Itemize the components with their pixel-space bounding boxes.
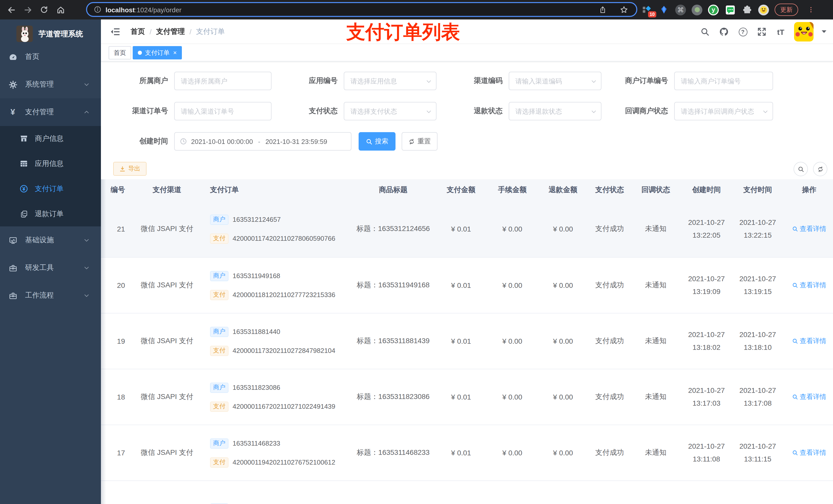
dot-extension-icon[interactable] — [692, 4, 703, 15]
filter-channel-order-no: 渠道订单号 — [96, 102, 271, 120]
view-detail-link[interactable]: 查看详情 — [792, 281, 826, 290]
table-row: 商户 1635311351796 支付 — [101, 481, 833, 504]
merchant-input[interactable] — [174, 72, 271, 90]
channel-pay-no: 4200001174202110278060590766 — [233, 235, 335, 242]
address-bar[interactable]: localhost:1024/pay/order — [86, 2, 637, 17]
order-id-cell: 19 — [101, 313, 129, 369]
table-row: 17 微信 JSAPI 支付 商户 1635311468233 支付 42000… — [101, 425, 833, 481]
notify-status-cell: 未通知 — [628, 425, 683, 480]
action-cell: 查看详情 — [785, 313, 833, 369]
y-extension-icon[interactable]: y — [708, 4, 719, 15]
font-size-icon[interactable]: tT — [775, 26, 786, 38]
tag-close-icon[interactable]: × — [173, 50, 177, 56]
goods-title-cell — [354, 481, 433, 504]
pay-amount-cell — [433, 481, 489, 504]
paid-time-cell: 2021-10-27 13:22:15 — [730, 201, 785, 257]
orders-table: 编号 支付渠道 支付订单 商品标题 支付金额 手续金额 退款金额 支付状态 回调… — [101, 179, 833, 504]
merchant-order-no: 1635311823086 — [233, 384, 280, 391]
sidebar: 芋道管理系统 首页 系统管理 ¥ 支付管理 商户信息 应用信息 — [0, 20, 101, 504]
chevron-down-icon — [84, 237, 90, 243]
sidebar-item-pay-order[interactable]: 支付订单 — [0, 176, 101, 201]
filter-app: 应用编号 — [266, 72, 436, 90]
extension-pinned-icon[interactable]: 10 — [641, 4, 653, 15]
puzzle-extensions-icon[interactable] — [741, 4, 753, 15]
avatar-caret-icon[interactable] — [821, 29, 827, 34]
pay-tag: 支付 — [210, 457, 229, 467]
pay-channel-cell — [129, 481, 205, 504]
merchant-tag: 商户 — [210, 327, 229, 337]
reset-button[interactable]: 重置 — [402, 132, 437, 150]
search-icon[interactable] — [699, 26, 711, 38]
view-detail-link[interactable]: 查看详情 — [792, 224, 826, 234]
browser-menu-icon[interactable] — [804, 3, 818, 17]
browser-reload-icon[interactable] — [37, 3, 51, 17]
tag-pay-order[interactable]: 支付订单 × — [133, 46, 182, 59]
sidebar-item-workflow[interactable]: 工作流程 — [0, 282, 101, 309]
notify-status-cell: 未通知 — [628, 201, 683, 257]
channel-code-select[interactable] — [509, 72, 601, 90]
action-cell: 查看详情 — [785, 425, 833, 480]
sidebar-item-merchant-info[interactable]: 商户信息 — [0, 126, 101, 151]
merchant-order-no: 1635311949168 — [233, 272, 280, 280]
grid-icon — [20, 159, 28, 168]
filter-merchant-order-no: 商户订单编号 — [596, 72, 773, 90]
site-info-icon[interactable] — [92, 2, 102, 17]
fee-amount-cell: ¥ 0.00 — [489, 369, 536, 425]
goods-title-cell: 标题：1635311949168 — [354, 258, 433, 313]
sidebar-item-refund-order[interactable]: 退款订单 — [0, 201, 101, 226]
magnifier-icon — [792, 226, 798, 232]
view-detail-link[interactable]: 查看详情 — [792, 448, 826, 457]
breadcrumb-payment[interactable]: 支付管理 — [156, 27, 185, 37]
gem-extension-icon[interactable] — [658, 4, 670, 15]
tag-home[interactable]: 首页 — [109, 46, 131, 59]
command-extension-icon[interactable]: ⌘ — [675, 4, 686, 15]
refresh-button[interactable] — [813, 162, 827, 176]
notify-status-cell: 未通知 — [628, 313, 683, 369]
fee-amount-cell: ¥ 0.00 — [489, 258, 536, 313]
sidebar-item-payment[interactable]: ¥ 支付管理 — [0, 98, 101, 126]
sidebar-item-infrastructure[interactable]: 基础设施 — [0, 226, 101, 254]
share-icon[interactable] — [595, 2, 610, 17]
filter-refund-status: 退款状态 — [431, 102, 601, 120]
browser-forward-icon[interactable] — [21, 3, 35, 17]
browser-back-icon[interactable] — [4, 3, 19, 17]
chat-extension-icon[interactable] — [724, 4, 736, 15]
sidebar-fold-icon[interactable] — [110, 27, 120, 39]
fullscreen-icon[interactable] — [756, 26, 767, 38]
app-select[interactable] — [344, 72, 436, 90]
extension-badge: 10 — [648, 11, 656, 18]
user-avatar[interactable] — [794, 22, 813, 42]
github-icon[interactable] — [718, 26, 730, 38]
breadcrumb-home[interactable]: 首页 — [130, 27, 145, 37]
view-detail-link[interactable]: 查看详情 — [792, 337, 826, 346]
sidebar-item-system[interactable]: 系统管理 — [0, 71, 101, 98]
refund-amount-cell: ¥ 0.00 — [536, 201, 591, 257]
notify-status-cell: 未通知 — [628, 369, 683, 425]
notify-status-cell — [628, 481, 683, 504]
channel-order-no-input[interactable] — [174, 102, 271, 120]
page-title: 支付订单列表 — [346, 20, 460, 45]
date-range-picker[interactable]: 2021-10-01 00:00:00 - 2021-10-31 23:59:5… — [174, 132, 352, 150]
refund-amount-cell: ¥ 0.00 — [536, 313, 591, 369]
pay-status-select[interactable] — [344, 102, 436, 120]
table-row: 18 微信 JSAPI 支付 商户 1635311823086 支付 42000… — [101, 369, 833, 425]
sidebar-item-app-info[interactable]: 应用信息 — [0, 151, 101, 176]
help-icon[interactable]: ? — [737, 26, 748, 38]
sidebar-item-dev-tools[interactable]: 研发工具 — [0, 254, 101, 282]
emoji-extension-icon[interactable] — [758, 4, 769, 15]
pay-amount-cell: ¥ 0.01 — [433, 201, 489, 257]
view-detail-link[interactable]: 查看详情 — [792, 392, 826, 402]
notify-status-select[interactable] — [674, 102, 773, 120]
sidebar-item-home[interactable]: 首页 — [0, 43, 101, 71]
bookmark-star-icon[interactable] — [617, 2, 631, 17]
show-search-button[interactable] — [793, 162, 808, 176]
search-button[interactable]: 搜索 — [359, 132, 396, 150]
export-button[interactable]: 导出 — [113, 162, 146, 176]
merchant-order-no-input[interactable] — [674, 72, 773, 90]
url-host: localhost — [105, 6, 135, 14]
browser-update-button[interactable]: 更新 — [775, 4, 798, 16]
refund-status-select[interactable] — [509, 102, 601, 120]
fee-amount-cell: ¥ 0.00 — [489, 425, 536, 480]
browser-home-icon[interactable] — [53, 3, 68, 17]
created-time-cell: 2021-10-27 13:22:05 — [683, 201, 730, 257]
